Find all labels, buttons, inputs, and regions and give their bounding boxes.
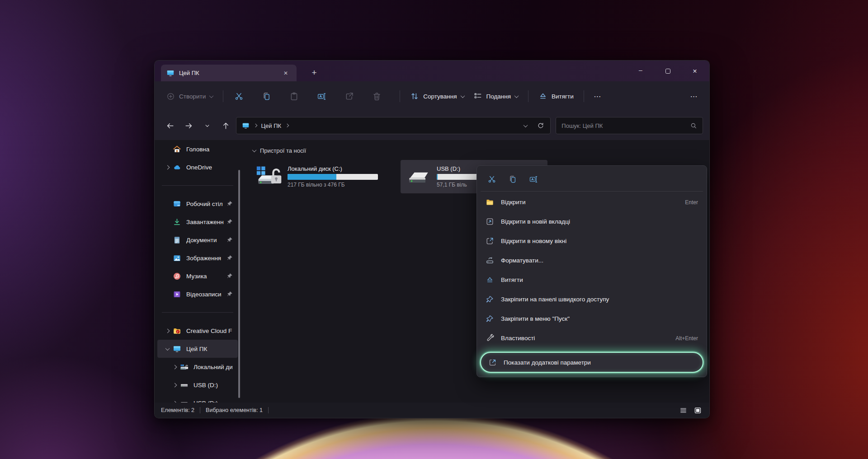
minimize-button[interactable]: – xyxy=(627,61,654,81)
view-button[interactable]: Подання xyxy=(469,87,523,105)
rename-icon xyxy=(529,175,538,184)
search-icon xyxy=(690,122,697,129)
sidebar-item-downloads[interactable]: Завантаженн xyxy=(157,213,238,231)
sidebar-item-usb-d[interactable]: USB (D:) xyxy=(157,376,238,394)
large-icons-view-button[interactable] xyxy=(692,405,703,415)
tab-this-pc[interactable]: Цей ПК ✕ xyxy=(161,65,297,81)
forward-arrow-icon xyxy=(184,122,193,130)
share-button[interactable] xyxy=(339,87,359,105)
chevron-right-icon[interactable] xyxy=(172,383,177,387)
toolbar-divider xyxy=(528,90,528,102)
home-icon xyxy=(173,145,181,154)
more-options-button[interactable]: ⋯ xyxy=(590,88,606,104)
maximize-button[interactable] xyxy=(654,61,681,81)
context-menu-item-eject[interactable]: Витягти xyxy=(479,270,705,290)
items-count: Елементів: 2 xyxy=(161,407,194,413)
delete-button[interactable] xyxy=(367,87,387,105)
chevron-down-icon xyxy=(204,122,211,129)
scissors-icon xyxy=(487,175,496,184)
breadcrumb: Цей ПК xyxy=(242,122,518,130)
chevron-right-icon[interactable] xyxy=(165,328,170,333)
section-devices-and-drives[interactable]: Пристрої та носії xyxy=(253,147,709,154)
copy-icon xyxy=(262,92,271,101)
downloads-icon xyxy=(173,218,181,226)
pin-icon xyxy=(486,295,494,304)
new-tab-button[interactable]: + xyxy=(307,66,321,80)
scissors-icon xyxy=(234,92,244,101)
new-button[interactable]: Створити xyxy=(162,87,217,105)
cut-button[interactable] xyxy=(485,173,499,186)
selected-count: Вибрано елементів: 1 xyxy=(206,407,263,413)
copy-button[interactable] xyxy=(506,173,519,186)
toolbar-divider xyxy=(400,90,400,102)
breadcrumb-this-pc[interactable]: Цей ПК xyxy=(261,122,282,129)
forward-button[interactable] xyxy=(179,117,198,134)
details-view-button[interactable] xyxy=(678,405,689,415)
sidebar-item-documents[interactable]: Документи xyxy=(157,231,238,249)
tab-close-button[interactable]: ✕ xyxy=(280,68,291,79)
rename-button[interactable] xyxy=(527,173,540,186)
recent-locations-button[interactable] xyxy=(198,117,217,134)
desktop-icon xyxy=(173,200,181,208)
pictures-icon xyxy=(173,254,181,262)
chevron-down-icon[interactable] xyxy=(165,346,170,351)
sidebar-item-home[interactable]: Головна xyxy=(157,140,238,158)
sort-button[interactable]: Сортування xyxy=(406,87,468,105)
sidebar-item-creative-cloud[interactable]: Creative Cloud F xyxy=(157,322,238,340)
address-dropdown-button[interactable] xyxy=(518,119,533,132)
sidebar-divider xyxy=(162,312,233,313)
capacity-bar xyxy=(288,174,378,180)
context-menu-item-properties[interactable]: Властивості Alt+Enter xyxy=(479,328,705,348)
sidebar-item-music[interactable]: Музика xyxy=(157,267,238,285)
context-menu-item-pin-quick-access[interactable]: Закріпити на панелі швидкого доступу xyxy=(479,290,705,309)
status-divider xyxy=(200,407,200,413)
chevron-right-icon[interactable] xyxy=(172,365,177,369)
refresh-button[interactable] xyxy=(533,119,548,132)
context-menu-item-open-new-window[interactable]: Відкрити в новому вікні xyxy=(479,231,705,251)
context-menu-item-pin-start[interactable]: Закріпити в меню "Пуск" xyxy=(479,309,705,328)
sidebar-scrollbar[interactable] xyxy=(238,170,240,398)
paste-button[interactable] xyxy=(284,87,304,105)
context-menu-item-format[interactable]: Форматувати... xyxy=(479,251,705,270)
sidebar-item-pictures[interactable]: Зображення xyxy=(157,249,238,267)
view-toggles xyxy=(678,405,703,415)
share-icon xyxy=(344,92,354,101)
context-menu-item-show-more-options[interactable]: Показати додаткові параметри xyxy=(480,352,703,373)
documents-icon xyxy=(173,236,181,244)
back-button[interactable] xyxy=(161,117,179,134)
context-menu-divider xyxy=(481,191,703,192)
context-menu-item-open-new-tab[interactable]: Відкрити в новій вкладці xyxy=(479,212,705,231)
address-bar[interactable]: Цей ПК xyxy=(236,117,551,134)
copy-button[interactable] xyxy=(256,87,276,105)
sidebar-item-videos[interactable]: Відеозаписи xyxy=(157,285,238,303)
up-arrow-icon xyxy=(222,122,230,130)
sidebar-item-local-disk[interactable]: Локальний ди xyxy=(157,358,238,376)
videos-icon xyxy=(173,290,181,299)
sidebar-item-onedrive[interactable]: OneDrive xyxy=(157,158,238,176)
chevron-down-icon xyxy=(252,148,257,152)
search-box[interactable] xyxy=(556,117,703,134)
pin-icon xyxy=(226,236,233,243)
context-menu-item-open[interactable]: Відкрити Enter xyxy=(479,192,705,212)
music-icon xyxy=(173,272,181,281)
eject-icon xyxy=(538,92,547,101)
chevron-right-icon[interactable] xyxy=(165,165,170,169)
sidebar-item-desktop[interactable]: Робочий стіл xyxy=(157,195,238,213)
overflow-menu-button[interactable]: ⋯ xyxy=(686,88,702,104)
status-bar: Елементів: 2 Вибрано елементів: 1 xyxy=(155,403,709,418)
sidebar-item-this-pc[interactable]: Цей ПК xyxy=(157,340,238,358)
pin-icon xyxy=(486,314,494,323)
sidebar-item-usb-d-2[interactable]: USB (D:) xyxy=(157,394,238,403)
cut-button[interactable] xyxy=(229,87,249,105)
search-input[interactable] xyxy=(561,122,690,129)
refresh-icon xyxy=(537,122,544,129)
plus-circle-icon xyxy=(166,92,175,101)
rename-button[interactable] xyxy=(311,87,331,105)
clipboard-icon xyxy=(289,92,299,101)
status-divider xyxy=(268,407,269,413)
close-button[interactable]: ✕ xyxy=(681,61,708,81)
up-button[interactable] xyxy=(217,117,235,134)
pin-icon xyxy=(226,272,233,279)
eject-button[interactable]: Витягти xyxy=(534,87,578,105)
drive-tile-local-disk-c[interactable]: Локальний диск (C:) 217 ГБ вільно з 476 … xyxy=(251,160,398,193)
